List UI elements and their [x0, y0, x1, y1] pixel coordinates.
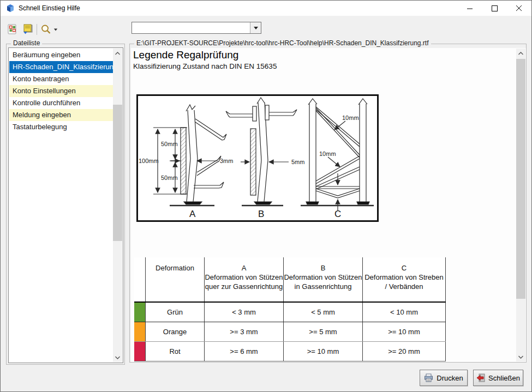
content-scrollbar-thumb[interactable] — [516, 59, 525, 299]
elements-palette-icon[interactable] — [6, 23, 19, 36]
scroll-up-icon[interactable] — [113, 49, 122, 58]
print-button[interactable]: Drucken — [420, 370, 468, 386]
dim-label-5mm: 5mm — [291, 159, 304, 165]
topic-combobox[interactable] — [131, 22, 261, 34]
dim-label-lower-50mm: 50mm — [161, 174, 178, 181]
window-title: Schnell Einstieg Hilfe — [19, 4, 80, 12]
dim-label-10mm-top: 10mm — [342, 114, 359, 121]
header-col-c: CDeformation von Streben / Verbänden — [362, 257, 446, 301]
close-dialog-button[interactable]: Schließen — [473, 370, 523, 386]
sidebar-item-konto-beantragen[interactable]: Konto beantragen — [9, 73, 113, 85]
row-name: Orange — [145, 322, 204, 341]
sidebar-item-hr-schaden-din-klassifzierung[interactable]: HR-Schaden_DIN_Klassifzierung — [9, 61, 113, 73]
app-cube-icon — [6, 4, 15, 13]
dim-label-3mm: 3mm — [220, 158, 233, 164]
table-row-rot: Rot >= 6 mm >= 10 mm >= 20 mm — [134, 342, 446, 361]
file-path-label: E:\GIT-PROJEKT-SOURCE\Projekte\hrc-tool\… — [134, 39, 431, 47]
document-content: Legende Regalprüfung Klassifizierung Zus… — [131, 48, 526, 362]
search-icon[interactable] — [39, 23, 52, 36]
print-button-label: Drucken — [437, 374, 463, 382]
table-row-orange: Orange >= 3 mm >= 5 mm >= 10 mm — [134, 322, 446, 342]
sidebar-item-tastaturbelegung[interactable]: Tastaturbelegung — [9, 121, 113, 133]
table-row-gruen: Grün < 3 mm < 5 mm < 10 mm — [134, 303, 446, 322]
scroll-down-icon[interactable] — [113, 353, 122, 362]
color-swatch-red — [134, 342, 145, 361]
exit-icon — [476, 373, 485, 382]
row-value-c: >= 10 mm — [362, 322, 446, 341]
color-swatch-green — [134, 303, 145, 322]
sidebar-scrollbar[interactable] — [113, 49, 122, 362]
sidebar-item-beraeumung-eingeben[interactable]: Beräumung eingeben — [9, 49, 113, 61]
sidebar-item-kontrolle-durchfuehren[interactable]: Kontrolle durchführen — [9, 97, 113, 109]
figure-label-c: C — [334, 209, 341, 219]
sidebar-item-konto-einstellungen[interactable]: Konto Einstellungen — [9, 85, 113, 97]
header-col-b: BDeformation von Stützen in Gassenrichtu… — [283, 257, 362, 301]
row-value-c: >= 20 mm — [362, 342, 446, 361]
scroll-down-icon[interactable] — [516, 352, 525, 361]
row-value-b: < 5 mm — [283, 303, 362, 322]
help-book-icon[interactable] — [21, 23, 34, 36]
minimize-button[interactable] — [458, 1, 482, 16]
row-name: Grün — [145, 303, 204, 322]
content-scrollbar[interactable] — [516, 49, 525, 361]
row-value-b: >= 5 mm — [283, 322, 362, 341]
close-button[interactable] — [507, 1, 531, 16]
document-groupbox: E:\GIT-PROJEKT-SOURCE\Projekte\hrc-tool\… — [129, 44, 527, 363]
row-value-a: < 3 mm — [204, 303, 283, 322]
rack-diagram-svg: 50mm 50mm 100mm 3mm 5mm 10mm 10mm A B C — [138, 96, 377, 220]
title-bar: Schnell Einstieg Hilfe — [1, 1, 531, 16]
toolbar — [1, 16, 531, 38]
file-list-group-label: Dateiliste — [11, 39, 42, 47]
figure-label-a: A — [189, 209, 196, 219]
table-header-row: Deformation ADeformation von Stützen que… — [134, 257, 446, 303]
dim-label-100mm: 100mm — [139, 158, 159, 164]
rack-deformation-diagram: 50mm 50mm 100mm 3mm 5mm 10mm 10mm A B C — [136, 94, 379, 222]
application-window: Schnell Einstieg Hilfe — [0, 0, 532, 392]
file-list-groupbox: Dateiliste Beräumung eingeben HR-Schaden… — [6, 44, 125, 365]
file-listbox: Beräumung eingeben HR-Schaden_DIN_Klassi… — [8, 47, 123, 363]
figure-label-b: B — [258, 209, 264, 219]
header-deformation: Deformation — [145, 257, 204, 301]
color-swatch-orange — [134, 322, 145, 341]
dim-label-10mm-mid: 10mm — [319, 150, 336, 157]
toolbar-separator — [37, 24, 37, 35]
row-name: Rot — [145, 342, 204, 361]
search-dropdown-arrow-icon[interactable] — [52, 23, 59, 36]
row-value-a: >= 6 mm — [204, 342, 283, 361]
scroll-up-icon[interactable] — [516, 49, 525, 58]
row-value-b: >= 10 mm — [283, 342, 362, 361]
close-button-label: Schließen — [488, 374, 520, 382]
dim-label-upper-50mm: 50mm — [161, 141, 178, 147]
maximize-button[interactable] — [482, 1, 507, 16]
row-value-c: < 10 mm — [362, 303, 446, 322]
sidebar-scrollbar-thumb[interactable] — [113, 105, 122, 241]
page-subtitle: Klassifizierung Zustand nach DIN EN 1563… — [133, 62, 277, 70]
printer-icon — [424, 373, 433, 382]
sidebar-item-meldung-eingeben[interactable]: Meldung eingeben — [9, 109, 113, 121]
classification-table: Deformation ADeformation von Stützen que… — [134, 257, 446, 361]
page-title: Legende Regalprüfung — [133, 49, 238, 61]
row-value-a: >= 3 mm — [204, 322, 283, 341]
combobox-dropdown-button[interactable] — [250, 22, 261, 33]
header-col-a: ADeformation von Stützen quer zur Gassen… — [204, 257, 283, 301]
